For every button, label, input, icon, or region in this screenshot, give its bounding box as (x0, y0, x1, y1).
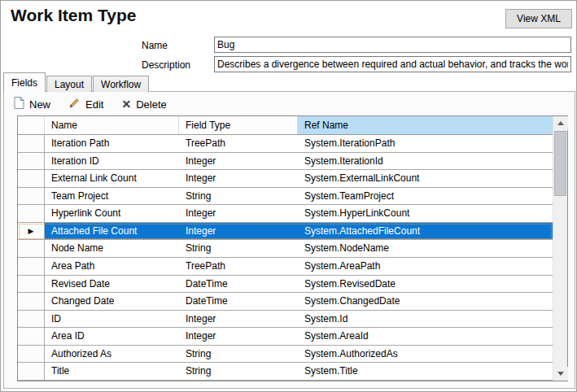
delete-button[interactable]: ✕ Delete (118, 97, 169, 112)
row-selector-cell (18, 346, 45, 363)
ref-name-cell: System.TeamProject (298, 188, 553, 205)
field-name-cell: Authorized As (45, 346, 179, 363)
row-selector-cell (18, 258, 45, 275)
delete-button-label: Delete (136, 98, 167, 111)
table-row[interactable]: Area IDIntegerSystem.AreaId (18, 328, 553, 346)
current-row-indicator-icon: ▶ (28, 228, 34, 235)
edit-button-label: Edit (85, 98, 103, 111)
table-row[interactable]: ▶Attached File CountIntegerSystem.Attach… (18, 223, 553, 241)
ref-name-cell: System.NodeName (298, 240, 553, 257)
row-selector-cell (18, 276, 45, 293)
field-type-cell: String (179, 346, 298, 363)
row-selector-cell (18, 170, 45, 187)
header-selector-cell (18, 116, 45, 134)
description-input[interactable] (214, 56, 571, 72)
delete-x-icon: ✕ (121, 99, 131, 110)
field-name-cell: Area ID (45, 328, 179, 345)
row-selector-cell (18, 311, 45, 328)
tab-strip: Fields Layout Workflow (3, 72, 150, 92)
ref-name-cell: System.AttachedFileCount (298, 223, 553, 240)
table-row[interactable]: Area PathTreePathSystem.AreaPath (18, 258, 553, 276)
vertical-scrollbar[interactable] (553, 116, 567, 381)
table-row[interactable]: Changed DateDateTimeSystem.ChangedDate (18, 293, 553, 311)
field-name-cell: Hyperlink Count (45, 205, 179, 222)
table-row[interactable]: Node NameStringSystem.NodeName (18, 240, 553, 258)
field-name-cell: Revised Date (45, 276, 179, 293)
edit-button[interactable]: Edit (65, 95, 107, 113)
field-name-cell: Node Name (45, 240, 179, 257)
field-name-cell: Team Project (45, 188, 179, 205)
field-name-cell: Area Path (45, 258, 179, 275)
ref-name-cell: System.ExternalLinkCount (298, 170, 553, 187)
field-name-cell: Iteration Path (45, 135, 179, 152)
ref-name-cell: System.ChangedDate (298, 293, 553, 310)
row-selector-cell (18, 205, 45, 222)
table-row[interactable]: Revised DateDateTimeSystem.RevisedDate (18, 276, 553, 294)
field-type-cell: Integer (179, 328, 298, 345)
view-xml-button[interactable]: View XML (505, 9, 572, 28)
grid-header: Name Field Type Ref Name (18, 116, 553, 135)
field-name-cell: Iteration ID (45, 153, 179, 170)
field-type-cell: Integer (179, 205, 298, 222)
row-selector-cell: ▶ (18, 223, 45, 240)
row-selector-cell (18, 328, 45, 345)
table-row[interactable]: Hyperlink CountIntegerSystem.HyperLinkCo… (18, 205, 553, 223)
ref-name-cell: System.Title (298, 363, 553, 380)
scroll-down-button[interactable] (553, 367, 568, 381)
field-type-cell: String (179, 363, 298, 380)
table-row[interactable]: Iteration PathTreePathSystem.IterationPa… (18, 135, 553, 153)
edit-pencil-icon (68, 97, 81, 111)
tab-workflow[interactable]: Workflow (93, 76, 149, 92)
ref-name-cell: System.AreaPath (298, 258, 553, 275)
field-type-cell: DateTime (179, 276, 298, 293)
ref-name-cell: System.HyperLinkCount (298, 205, 553, 222)
ref-name-cell: System.RevisedDate (298, 276, 553, 293)
field-type-cell: TreePath (179, 258, 298, 275)
grid-content: Name Field Type Ref Name Iteration PathT… (18, 116, 553, 381)
field-type-cell: TreePath (179, 135, 298, 152)
column-header-name[interactable]: Name (45, 116, 179, 134)
field-name-cell: ID (45, 311, 179, 328)
fields-tab-page: New Edit ✕ Delete Name Field Type Ref Na… (3, 91, 575, 389)
field-type-cell: Integer (179, 153, 298, 170)
field-name-cell: Title (45, 363, 179, 380)
column-header-field-type[interactable]: Field Type (179, 116, 298, 134)
ref-name-cell: System.AuthorizedAs (298, 346, 553, 363)
new-button-label: New (29, 98, 50, 111)
row-selector-cell (18, 240, 45, 257)
new-button[interactable]: New (11, 95, 54, 113)
grid-toolbar: New Edit ✕ Delete (11, 94, 170, 114)
field-name-cell: Changed Date (45, 293, 179, 310)
table-row[interactable]: Iteration IDIntegerSystem.IterationId (18, 153, 553, 171)
grid-body: Iteration PathTreePathSystem.IterationPa… (18, 135, 553, 381)
field-name-cell: Attached File Count (45, 223, 179, 240)
scroll-up-button[interactable] (553, 116, 568, 130)
scrollbar-thumb[interactable] (554, 131, 566, 196)
page-title: Work Item Type (11, 6, 136, 25)
field-type-cell: String (179, 240, 298, 257)
row-selector-cell (18, 363, 45, 380)
ref-name-cell: System.IterationId (298, 153, 553, 170)
tab-fields[interactable]: Fields (3, 72, 46, 92)
work-item-type-dialog: Work Item Type View XML Name Description… (0, 0, 577, 392)
name-input[interactable] (214, 37, 571, 53)
row-selector-cell (18, 293, 45, 310)
table-row[interactable]: Team ProjectStringSystem.TeamProject (18, 188, 553, 206)
scroll-up-arrow-icon (557, 121, 564, 125)
table-row[interactable]: Authorized AsStringSystem.AuthorizedAs (18, 346, 553, 364)
name-label: Name (142, 40, 168, 51)
field-type-cell: Integer (179, 170, 298, 187)
table-row[interactable]: IDIntegerSystem.Id (18, 311, 553, 329)
ref-name-cell: System.Id (298, 311, 553, 328)
column-header-ref-name[interactable]: Ref Name (298, 116, 553, 134)
field-type-cell: String (179, 188, 298, 205)
tab-layout[interactable]: Layout (46, 76, 92, 92)
table-row[interactable]: External Link CountIntegerSystem.Externa… (18, 170, 553, 188)
table-row[interactable]: TitleStringSystem.Title (18, 363, 553, 381)
new-document-icon (14, 97, 24, 111)
field-type-cell: Integer (179, 223, 298, 240)
field-name-cell: External Link Count (45, 170, 179, 187)
fields-grid: Name Field Type Ref Name Iteration PathT… (17, 115, 568, 381)
ref-name-cell: System.AreaId (298, 328, 553, 345)
ref-name-cell: System.IterationPath (298, 135, 553, 152)
